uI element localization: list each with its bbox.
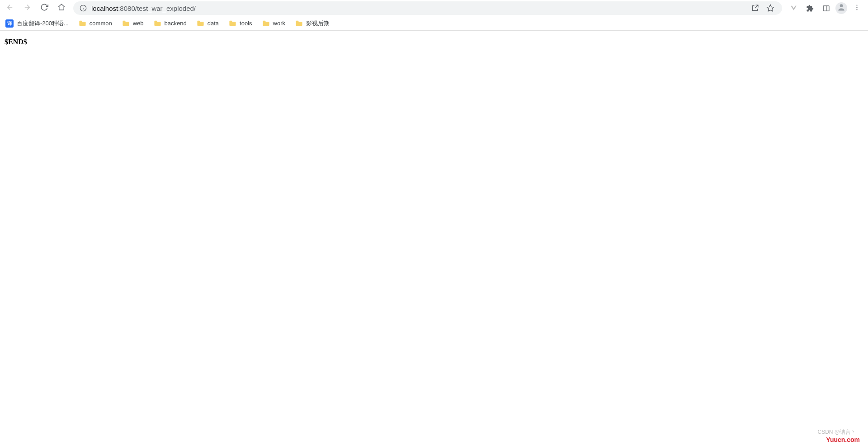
bookmark-item-baidu-translate[interactable]: 译 百度翻译-200种语...	[4, 18, 71, 29]
svg-rect-4	[823, 5, 829, 10]
menu-button[interactable]	[850, 1, 863, 15]
home-button[interactable]	[54, 1, 69, 15]
bookmark-folder-tools[interactable]: tools	[227, 19, 254, 28]
person-icon	[837, 3, 846, 14]
watermark-yuucn: Yuucn.com	[826, 436, 860, 443]
bookmark-folder-common[interactable]: common	[77, 19, 114, 28]
bookmark-folder-backend[interactable]: backend	[152, 19, 189, 28]
reload-icon	[40, 3, 48, 13]
svg-point-9	[856, 9, 857, 10]
kebab-menu-icon	[853, 4, 861, 13]
url-port: :8080	[118, 5, 135, 12]
folder-icon	[197, 20, 204, 27]
folder-icon	[229, 20, 236, 27]
address-bar[interactable]: localhost:8080/test_war_exploded/	[73, 1, 782, 15]
folder-icon	[122, 20, 130, 27]
url-text: localhost:8080/test_war_exploded/	[91, 5, 745, 12]
home-icon	[57, 3, 66, 13]
reload-button[interactable]	[37, 1, 52, 15]
bookmark-folder-media[interactable]: 影视后期	[293, 18, 331, 29]
extensions-icon[interactable]	[803, 1, 816, 15]
forward-button[interactable]	[20, 1, 34, 15]
folder-icon	[295, 20, 303, 27]
folder-icon	[154, 20, 161, 27]
site-info-icon[interactable]	[80, 5, 87, 12]
share-icon[interactable]	[750, 3, 760, 14]
navigation-row: localhost:8080/test_war_exploded/	[0, 0, 868, 16]
extension-v-icon[interactable]	[787, 1, 800, 15]
folder-icon	[79, 20, 86, 27]
bookmark-label: data	[208, 20, 219, 27]
back-button[interactable]	[3, 1, 17, 15]
bookmark-label: 百度翻译-200种语...	[17, 19, 69, 28]
bookmark-label: common	[90, 20, 112, 27]
bookmark-label: web	[133, 20, 144, 27]
url-path: /test_war_exploded/	[135, 5, 196, 12]
bookmark-label: 影视后期	[306, 19, 330, 28]
svg-point-7	[856, 5, 857, 5]
svg-point-8	[856, 7, 857, 8]
folder-icon	[262, 20, 270, 27]
page-body-text: $END$	[5, 38, 863, 46]
page-content: $END$	[0, 31, 868, 53]
url-host: localhost	[91, 5, 118, 12]
arrow-right-icon	[23, 3, 31, 13]
bookmark-label: backend	[165, 20, 187, 27]
arrow-left-icon	[6, 3, 14, 13]
browser-chrome: localhost:8080/test_war_exploded/	[0, 0, 868, 31]
watermark-csdn: CSDN @讷言丶	[817, 428, 856, 436]
bookmark-label: tools	[240, 20, 252, 27]
svg-point-6	[840, 4, 843, 7]
profile-avatar[interactable]	[835, 2, 847, 14]
bookmarks-bar: 译 百度翻译-200种语... common web backend dat	[0, 16, 868, 31]
bookmark-folder-data[interactable]: data	[195, 19, 221, 28]
bookmark-label: work	[273, 20, 285, 27]
svg-marker-3	[767, 5, 774, 11]
toolbar-right	[787, 1, 865, 15]
bookmark-folder-work[interactable]: work	[260, 19, 287, 28]
bookmark-star-icon[interactable]	[765, 3, 776, 14]
side-panel-icon[interactable]	[819, 1, 833, 15]
bookmark-folder-web[interactable]: web	[120, 19, 146, 28]
baidu-favicon-icon: 译	[5, 19, 14, 28]
